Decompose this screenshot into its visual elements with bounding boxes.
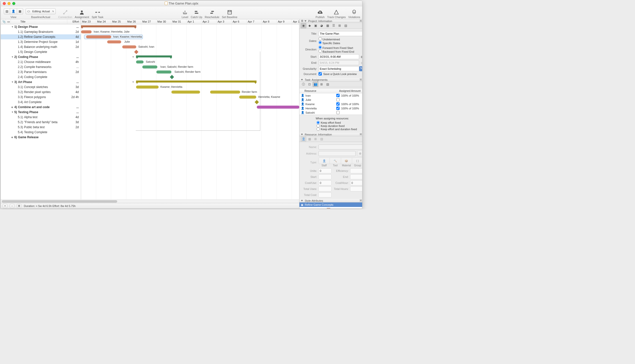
close-icon[interactable] [3, 2, 6, 5]
resource-header[interactable]: Resource: Information ⌘2 [299, 133, 362, 136]
color-swatch[interactable] [327, 208, 330, 209]
task-row[interactable]: ▼2)Coding Phase... [1, 54, 81, 59]
task-tab-dates[interactable]: ⊡ [306, 82, 312, 87]
calendar-picker-icon[interactable]: ▦ [361, 55, 362, 58]
dates-undetermined-radio[interactable] [319, 37, 322, 40]
task-header[interactable]: Task: Assignments ⌘1 [299, 78, 362, 82]
keep-effort-radio[interactable] [316, 121, 320, 124]
gantt-task-bar[interactable] [86, 35, 111, 38]
resource-row[interactable]: 👤Ivan100% of 100% [299, 93, 362, 98]
resource-assigned-checkbox[interactable] [336, 102, 340, 106]
view-gantt-button[interactable]: ▤ [4, 8, 10, 14]
date-cell[interactable]: Apr 6 [232, 19, 247, 24]
task-row[interactable]: 5.2)"Friends and family" beta3d [1, 120, 81, 125]
project-tab-custom[interactable]: ▤ [343, 23, 349, 28]
gantt-milestone[interactable] [170, 75, 174, 79]
task-row[interactable]: 1.3)Determine Project Scope1d [1, 39, 81, 44]
gantt-task-bar[interactable] [239, 96, 256, 99]
gantt-milestone[interactable] [134, 50, 139, 54]
direction-backward-radio[interactable] [319, 49, 322, 53]
task-row[interactable]: ▼3)Art Phase... [1, 80, 81, 85]
gantt-task-bar[interactable] [81, 30, 92, 33]
task-row[interactable]: 5.3)Public beta test2d [1, 125, 81, 130]
scroll-thumb[interactable] [2, 200, 117, 203]
task-row[interactable]: 2.2)Compile frameworks... [1, 64, 81, 69]
date-cell[interactable]: Apr 9 [277, 19, 292, 24]
resource-row[interactable]: 👤Julie [299, 98, 362, 102]
date-cell[interactable]: Mar 27 [141, 19, 156, 24]
date-cell[interactable]: Apr 7 [247, 19, 262, 24]
project-tab-milestones[interactable]: ◆ [306, 23, 312, 28]
gantt-group-bar[interactable] [81, 25, 136, 27]
date-cell[interactable]: Mar 31 [171, 19, 186, 24]
attach-col-icon[interactable]: 📎 [1, 19, 6, 24]
task-tab-deps[interactable]: ⊞ [319, 82, 325, 87]
gantt-column[interactable]: ▼Ivan; Kwame; Henrietta; JulieIvan; Kwam… [81, 24, 299, 199]
task-row[interactable]: 3.4)Art Complete [1, 100, 81, 105]
resource-tab-notes[interactable]: ▤ [319, 136, 325, 142]
gantt-task-bar[interactable] [156, 70, 171, 74]
task-row[interactable]: 5.4)Testing Complete [1, 130, 81, 135]
outline-column[interactable]: ▼1)Design Phase...1.1)Gameplay Brainstor… [1, 24, 81, 199]
project-tab-columns[interactable]: ⊞ [337, 23, 343, 28]
date-cell[interactable]: Mar 24 [96, 19, 111, 24]
publish-icon[interactable] [317, 10, 323, 15]
date-cell[interactable]: Apr 2 [202, 19, 217, 24]
minimize-icon[interactable] [8, 2, 11, 5]
view-calendar-button[interactable]: ▦ [17, 8, 23, 14]
project-tab-format[interactable]: ☰ [331, 23, 337, 28]
granularity-select[interactable] [319, 66, 359, 71]
task-row[interactable]: 5.1)Alpha test4d [1, 115, 81, 120]
disclosure-icon[interactable]: ▼ [11, 111, 14, 113]
project-header[interactable]: ⚙ Project: Information ⌘4 [299, 19, 362, 23]
resource-row[interactable]: 👤Satoshi [299, 110, 362, 115]
add-button[interactable]: + [3, 204, 7, 208]
date-cell[interactable]: Mar 26 [126, 19, 141, 24]
task-row[interactable]: 3.1)Concept sketches3d [1, 85, 81, 90]
resource-row[interactable]: 👤Kwame100% of 100% [299, 102, 362, 106]
task-row[interactable]: ◆6)Game Release [1, 135, 81, 140]
gantt-task-bar[interactable] [171, 91, 200, 94]
resource-assigned-checkbox[interactable] [336, 111, 340, 114]
task-row[interactable]: 1.4)Balance underlying math2d [1, 44, 81, 49]
chevron-updown-icon[interactable]: ⇅ [359, 66, 362, 71]
setbaseline-icon[interactable] [227, 10, 232, 15]
resource-assigned-checkbox[interactable] [336, 107, 340, 110]
project-tab-styles[interactable]: ▦ [325, 23, 331, 28]
start-input[interactable] [319, 54, 359, 59]
resource-col-header[interactable]: Resource [299, 89, 338, 93]
resource-tab-info[interactable]: 👤 [300, 136, 306, 142]
assignment-icon[interactable] [79, 10, 85, 15]
date-cell[interactable]: Apr 10 [292, 19, 299, 24]
task-row[interactable]: 2.1)Choose middleware4h [1, 59, 81, 64]
clear-style-icon[interactable]: ⊘ [361, 208, 362, 208]
task-row[interactable]: 1.5)Design Complete [1, 49, 81, 54]
task-row[interactable]: ▼5)Testing Phase... [1, 110, 81, 115]
level-icon[interactable] [182, 10, 188, 15]
dates-specific-radio[interactable] [319, 41, 322, 44]
assigned-col-header[interactable]: Assigned Amount [338, 89, 362, 93]
disclosure-icon[interactable]: ▼ [11, 56, 14, 58]
resource-tab-custom[interactable]: ⊞ [312, 136, 319, 142]
keep-duration-radio[interactable] [316, 124, 320, 127]
date-cell[interactable]: Mar 25 [111, 19, 126, 24]
gantt-task-bar[interactable] [136, 60, 144, 63]
disclosure-icon[interactable]: ▼ [11, 26, 14, 28]
zoom-icon[interactable] [12, 2, 15, 5]
gantt-task-bar[interactable] [136, 86, 159, 89]
style-header[interactable]: Style Attributes ⌘3 [299, 199, 362, 202]
task-row[interactable]: 1.1)Gameplay Brainstorm2d [1, 29, 81, 34]
resource-row[interactable]: 👤Henrietta100% of 100% [299, 106, 362, 110]
project-tab-wbs[interactable]: ▣ [312, 23, 319, 28]
effort-col[interactable]: Effort [67, 19, 81, 24]
keep-both-radio[interactable] [316, 127, 320, 131]
direction-forward-radio[interactable] [319, 46, 322, 49]
gantt-group-bar[interactable] [136, 81, 257, 83]
title-col[interactable]: Title [11, 19, 67, 24]
project-tab-info[interactable]: ◉ [300, 23, 306, 28]
action-button[interactable]: ✻ [17, 204, 21, 208]
style-attribute-row[interactable]: gantt bar base color Tulip ⊘ [299, 207, 362, 208]
baseline-selector[interactable]: ⬭ Editing: Actual ⇅ [26, 8, 56, 14]
gantt-task-bar[interactable] [210, 91, 240, 94]
resource-assigned-checkbox[interactable] [336, 94, 340, 97]
